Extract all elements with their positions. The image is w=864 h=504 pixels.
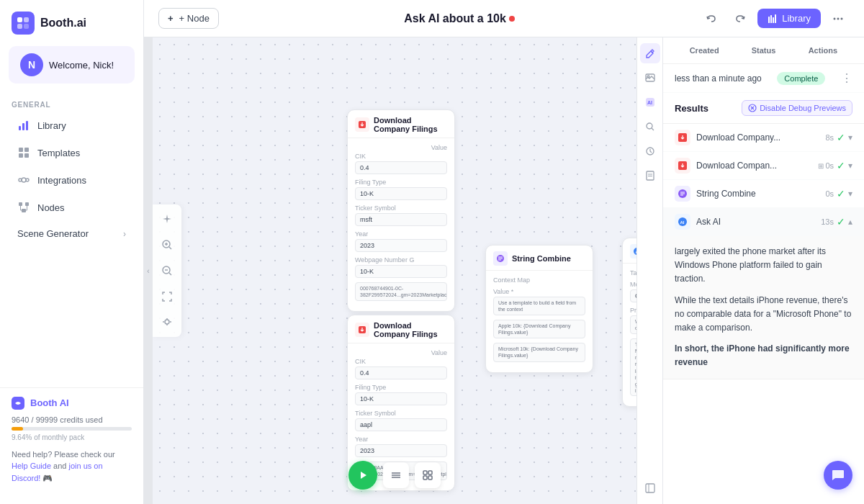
integrations-icon	[17, 174, 30, 186]
svg-rect-6	[26, 121, 28, 130]
svg-point-25	[837, 17, 839, 19]
node-header-sc: String Combine	[486, 246, 593, 271]
rt-clock-button[interactable]	[640, 141, 660, 161]
result-check-dc2: ✓	[837, 160, 845, 171]
result-string-combine[interactable]: String Combine 0s ✓ ▾	[663, 180, 864, 208]
rt-search-button[interactable]	[640, 117, 660, 137]
help-guide-link[interactable]: Help Guide	[12, 462, 51, 470]
node-field-year: Year 2023	[355, 230, 447, 252]
sidebar-item-library[interactable]: Library	[6, 112, 138, 138]
sidebar-item-integrations-label: Integrations	[37, 175, 86, 186]
node-download-company-filings-1[interactable]: Download Company Filings Value CIK 0.4 F…	[347, 109, 455, 312]
menu-button[interactable]	[383, 462, 409, 488]
debug-button-label: Disable Debug Previews	[760, 104, 846, 112]
svg-point-52	[647, 123, 652, 129]
more-button[interactable]	[827, 7, 850, 30]
location-tool[interactable]	[156, 311, 179, 334]
result-download-2[interactable]: Download Compan... ⊞ 0s ✓ ▾	[663, 152, 864, 180]
expanded-para1: largely exited the phone market after it…	[675, 245, 852, 287]
chart-icon	[17, 119, 30, 132]
results-header: Results Disable Debug Previews	[663, 93, 864, 124]
nodes-icon	[17, 201, 30, 214]
svg-rect-8	[24, 148, 29, 152]
download-icon-2	[355, 323, 369, 337]
play-button[interactable]	[348, 461, 377, 490]
result-download-1[interactable]: Download Company... 8s ✓ ▾	[663, 124, 864, 152]
node-field-filing-type: Filing Type 10-K	[355, 179, 447, 200]
topbar: + + Node Ask AI about a 10k Library	[144, 0, 864, 37]
sidebar-item-templates[interactable]: Templates	[6, 140, 138, 166]
rt-book-button[interactable]	[640, 166, 660, 186]
sidebar-item-integrations[interactable]: Integrations	[6, 167, 138, 193]
svg-line-37	[169, 273, 171, 275]
add-node-button[interactable]: + + Node	[158, 8, 219, 29]
more-actions-button[interactable]: ⋮	[841, 71, 852, 85]
canvas[interactable]: Download Company Filings Value CIK 0.4 F…	[153, 37, 636, 504]
sidebar: Booth.ai N Welcome, Nick! GENERAL Librar…	[0, 0, 144, 504]
svg-rect-9	[19, 153, 23, 158]
svg-rect-1	[24, 17, 29, 22]
sidebar-item-scene-generator[interactable]: Scene Generator ›	[6, 222, 138, 246]
svg-rect-23	[775, 14, 776, 23]
zoom-out-tool[interactable]	[156, 259, 179, 282]
node-field-prompt: Prompt What had more revenue, the iphone…	[630, 307, 636, 334]
chevron-right-icon: ›	[123, 229, 126, 239]
result-check-ai: ✓	[837, 216, 845, 228]
run-time: less than a minute ago	[675, 73, 762, 84]
col-status: Status	[734, 46, 793, 55]
left-collapse-handle[interactable]: ‹	[144, 37, 153, 504]
plus-icon: +	[168, 13, 174, 24]
chat-button[interactable]	[824, 461, 852, 490]
svg-rect-4	[19, 126, 21, 130]
booth-ai-label: Booth AI	[12, 397, 132, 410]
node-field-task: Task *	[630, 269, 636, 276]
zoom-in-tool[interactable]	[156, 233, 179, 256]
node-body-ai: Task * Model Name Gpt-4o Prompt What had…	[623, 264, 636, 406]
library-button[interactable]: Library	[757, 9, 821, 28]
col-created: Created	[675, 46, 734, 55]
rt-image-button[interactable]	[640, 68, 660, 88]
rt-expand-button[interactable]	[640, 478, 660, 498]
right-toolbar: AI	[636, 37, 662, 504]
svg-rect-44	[423, 471, 427, 474]
col-actions: Actions	[793, 46, 852, 55]
node-title: Download Company Filings	[374, 116, 447, 133]
result-ask-ai[interactable]: AI Ask AI 13s ✓ ▴	[663, 208, 864, 236]
avatar: N	[20, 53, 43, 76]
node-field-filing-2: Filing Type 10-K	[355, 384, 447, 405]
download-icon	[355, 117, 369, 132]
svg-rect-2	[17, 24, 22, 29]
sparkle-tool[interactable]	[156, 207, 179, 230]
result-icon-small: ⊞	[818, 162, 824, 170]
node-header-2: Download Company Filings	[348, 315, 454, 343]
node-field-ticker: Ticker Symbol msft	[355, 204, 447, 226]
undo-button[interactable]	[700, 7, 723, 30]
svg-rect-14	[19, 202, 22, 206]
logo-icon	[12, 12, 35, 35]
svg-rect-47	[428, 476, 432, 480]
svg-rect-45	[428, 471, 432, 474]
expanded-para2: While the text details iPhone revenue, t…	[675, 294, 852, 336]
rp-header: Created Status Actions	[663, 37, 864, 64]
svg-rect-22	[773, 17, 774, 23]
redo-button[interactable]	[729, 7, 752, 30]
grid-button[interactable]	[415, 462, 441, 488]
sidebar-item-nodes[interactable]: Nodes	[6, 194, 138, 220]
debug-button[interactable]: Disable Debug Previews	[742, 100, 852, 116]
unsaved-dot	[509, 16, 515, 22]
rt-ai-button[interactable]: AI	[640, 92, 660, 112]
svg-line-33	[169, 247, 171, 249]
result-time-dc1: 8s	[825, 133, 834, 142]
expanded-para3-bold: In short, the iPhone had significantly m…	[675, 343, 850, 367]
help-text: Need help? Please check our Help Guide a…	[12, 449, 132, 485]
node-field-cik: CIK 0.4	[355, 153, 447, 174]
rt-edit-button[interactable]	[640, 43, 660, 63]
expanded-para3: In short, the iPhone had significantly m…	[675, 342, 852, 369]
fit-tool[interactable]	[156, 285, 179, 308]
svg-text:AI: AI	[647, 100, 652, 105]
node-string-combine[interactable]: String Combine Context Map Value * Use a…	[485, 245, 593, 373]
result-name-dc1: Download Company...	[696, 132, 825, 143]
svg-rect-7	[19, 148, 23, 152]
svg-text:AI: AI	[636, 249, 637, 254]
node-ask-ai[interactable]: AI Ask AI Value Task * Model Name Gpt-4o…	[622, 238, 636, 407]
